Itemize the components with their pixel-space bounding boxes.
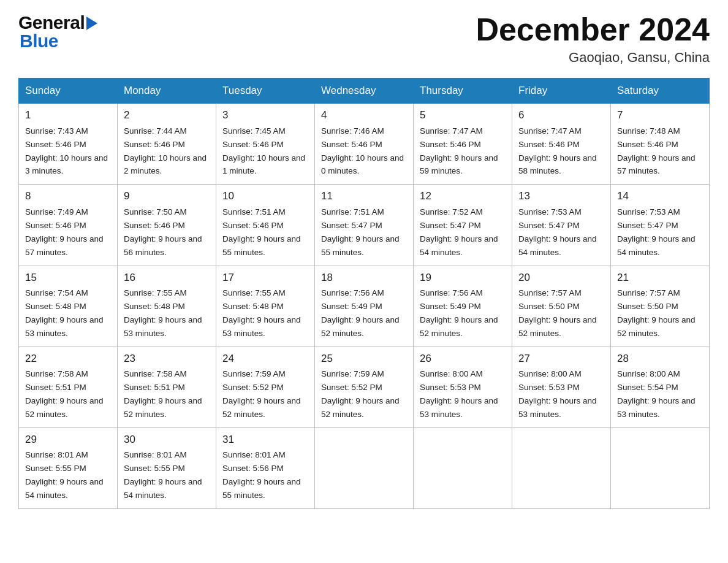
calendar-cell: 15 Sunrise: 7:54 AMSunset: 5:48 PMDaylig… xyxy=(19,266,118,347)
calendar-cell: 27 Sunrise: 8:00 AMSunset: 5:53 PMDaylig… xyxy=(512,347,611,427)
calendar-cell: 25 Sunrise: 7:59 AMSunset: 5:52 PMDaylig… xyxy=(315,347,414,427)
day-info: Sunrise: 8:01 AMSunset: 5:55 PMDaylight:… xyxy=(124,450,202,500)
day-info: Sunrise: 7:43 AMSunset: 5:46 PMDaylight:… xyxy=(25,126,108,176)
day-number: 25 xyxy=(321,351,407,367)
day-number: 5 xyxy=(420,107,506,123)
calendar-cell: 11 Sunrise: 7:51 AMSunset: 5:47 PMDaylig… xyxy=(315,185,414,266)
logo-blue-text: Blue xyxy=(20,31,58,52)
calendar-cell: 23 Sunrise: 7:58 AMSunset: 5:51 PMDaylig… xyxy=(118,347,216,427)
day-number: 12 xyxy=(420,188,506,204)
day-number: 4 xyxy=(321,107,407,123)
day-number: 21 xyxy=(617,270,703,286)
calendar-cell: 4 Sunrise: 7:46 AMSunset: 5:46 PMDayligh… xyxy=(315,104,414,185)
day-number: 27 xyxy=(518,351,604,367)
day-info: Sunrise: 7:56 AMSunset: 5:49 PMDaylight:… xyxy=(420,288,498,338)
calendar-cell: 14 Sunrise: 7:53 AMSunset: 5:47 PMDaylig… xyxy=(611,185,710,266)
day-number: 14 xyxy=(617,188,703,204)
month-title: December 2024 xyxy=(476,12,710,47)
calendar-cell xyxy=(414,427,512,508)
day-info: Sunrise: 7:55 AMSunset: 5:48 PMDaylight:… xyxy=(222,288,301,338)
calendar-cell: 9 Sunrise: 7:50 AMSunset: 5:46 PMDayligh… xyxy=(118,185,216,266)
calendar-cell: 29 Sunrise: 8:01 AMSunset: 5:55 PMDaylig… xyxy=(19,427,118,508)
day-number: 26 xyxy=(420,351,506,367)
logo: General Blue xyxy=(18,12,97,52)
calendar-cell: 18 Sunrise: 7:56 AMSunset: 5:49 PMDaylig… xyxy=(315,266,414,347)
day-number: 2 xyxy=(124,107,210,123)
day-info: Sunrise: 7:56 AMSunset: 5:49 PMDaylight:… xyxy=(321,288,400,338)
page-header: General Blue December 2024 Gaoqiao, Gans… xyxy=(18,12,710,66)
day-info: Sunrise: 7:59 AMSunset: 5:52 PMDaylight:… xyxy=(222,369,301,419)
calendar-cell: 16 Sunrise: 7:55 AMSunset: 5:48 PMDaylig… xyxy=(118,266,216,347)
day-info: Sunrise: 8:00 AMSunset: 5:53 PMDaylight:… xyxy=(518,369,597,419)
day-number: 24 xyxy=(222,351,308,367)
day-info: Sunrise: 7:57 AMSunset: 5:50 PMDaylight:… xyxy=(617,288,696,338)
day-number: 7 xyxy=(617,107,703,123)
day-info: Sunrise: 7:46 AMSunset: 5:46 PMDaylight:… xyxy=(321,126,404,176)
col-header-thursday: Thursday xyxy=(414,79,512,104)
logo-arrow-icon xyxy=(86,17,97,30)
day-number: 6 xyxy=(518,107,604,123)
day-number: 8 xyxy=(25,188,111,204)
calendar-cell xyxy=(611,427,710,508)
calendar-cell: 2 Sunrise: 7:44 AMSunset: 5:46 PMDayligh… xyxy=(118,104,216,185)
title-block: December 2024 Gaoqiao, Gansu, China xyxy=(476,12,710,66)
day-number: 15 xyxy=(25,270,111,286)
col-header-tuesday: Tuesday xyxy=(216,79,315,104)
calendar-week-5: 29 Sunrise: 8:01 AMSunset: 5:55 PMDaylig… xyxy=(19,427,710,508)
day-info: Sunrise: 7:48 AMSunset: 5:46 PMDaylight:… xyxy=(617,126,696,176)
day-info: Sunrise: 7:44 AMSunset: 5:46 PMDaylight:… xyxy=(124,126,207,176)
calendar-cell: 8 Sunrise: 7:49 AMSunset: 5:46 PMDayligh… xyxy=(19,185,118,266)
day-number: 10 xyxy=(222,188,308,204)
calendar-cell xyxy=(512,427,611,508)
calendar-cell: 3 Sunrise: 7:45 AMSunset: 5:46 PMDayligh… xyxy=(216,104,315,185)
day-number: 29 xyxy=(25,432,111,448)
day-info: Sunrise: 7:59 AMSunset: 5:52 PMDaylight:… xyxy=(321,369,400,419)
day-info: Sunrise: 7:53 AMSunset: 5:47 PMDaylight:… xyxy=(617,207,696,257)
day-info: Sunrise: 7:51 AMSunset: 5:47 PMDaylight:… xyxy=(321,207,400,257)
calendar-cell: 13 Sunrise: 7:53 AMSunset: 5:47 PMDaylig… xyxy=(512,185,611,266)
day-number: 28 xyxy=(617,351,703,367)
day-number: 13 xyxy=(518,188,604,204)
calendar-cell: 28 Sunrise: 8:00 AMSunset: 5:54 PMDaylig… xyxy=(611,347,710,427)
day-number: 23 xyxy=(124,351,210,367)
location-label: Gaoqiao, Gansu, China xyxy=(476,50,710,66)
day-number: 18 xyxy=(321,270,407,286)
col-header-wednesday: Wednesday xyxy=(315,79,414,104)
calendar-cell: 31 Sunrise: 8:01 AMSunset: 5:56 PMDaylig… xyxy=(216,427,315,508)
day-info: Sunrise: 7:55 AMSunset: 5:48 PMDaylight:… xyxy=(124,288,202,338)
day-number: 3 xyxy=(222,107,308,123)
day-info: Sunrise: 8:01 AMSunset: 5:56 PMDaylight:… xyxy=(222,450,301,500)
day-info: Sunrise: 8:01 AMSunset: 5:55 PMDaylight:… xyxy=(25,450,104,500)
day-number: 16 xyxy=(124,270,210,286)
logo-general-label: General xyxy=(18,12,85,33)
day-info: Sunrise: 7:57 AMSunset: 5:50 PMDaylight:… xyxy=(518,288,597,338)
calendar-cell: 17 Sunrise: 7:55 AMSunset: 5:48 PMDaylig… xyxy=(216,266,315,347)
day-info: Sunrise: 7:58 AMSunset: 5:51 PMDaylight:… xyxy=(25,369,104,419)
col-header-friday: Friday xyxy=(512,79,611,104)
day-number: 1 xyxy=(25,107,111,123)
calendar-cell: 26 Sunrise: 8:00 AMSunset: 5:53 PMDaylig… xyxy=(414,347,512,427)
day-info: Sunrise: 7:45 AMSunset: 5:46 PMDaylight:… xyxy=(222,126,305,176)
calendar-cell: 24 Sunrise: 7:59 AMSunset: 5:52 PMDaylig… xyxy=(216,347,315,427)
day-number: 19 xyxy=(420,270,506,286)
calendar-week-4: 22 Sunrise: 7:58 AMSunset: 5:51 PMDaylig… xyxy=(19,347,710,427)
col-header-monday: Monday xyxy=(118,79,216,104)
calendar-week-1: 1 Sunrise: 7:43 AMSunset: 5:46 PMDayligh… xyxy=(19,104,710,185)
calendar-week-2: 8 Sunrise: 7:49 AMSunset: 5:46 PMDayligh… xyxy=(19,185,710,266)
day-number: 17 xyxy=(222,270,308,286)
day-info: Sunrise: 7:50 AMSunset: 5:46 PMDaylight:… xyxy=(124,207,202,257)
day-number: 9 xyxy=(124,188,210,204)
day-info: Sunrise: 7:51 AMSunset: 5:46 PMDaylight:… xyxy=(222,207,301,257)
col-header-sunday: Sunday xyxy=(19,79,118,104)
day-number: 11 xyxy=(321,188,407,204)
day-info: Sunrise: 7:49 AMSunset: 5:46 PMDaylight:… xyxy=(25,207,104,257)
logo-general-text: General xyxy=(18,12,97,33)
calendar-cell xyxy=(315,427,414,508)
calendar-cell: 7 Sunrise: 7:48 AMSunset: 5:46 PMDayligh… xyxy=(611,104,710,185)
day-number: 20 xyxy=(518,270,604,286)
calendar-cell: 20 Sunrise: 7:57 AMSunset: 5:50 PMDaylig… xyxy=(512,266,611,347)
calendar-cell: 19 Sunrise: 7:56 AMSunset: 5:49 PMDaylig… xyxy=(414,266,512,347)
day-info: Sunrise: 8:00 AMSunset: 5:54 PMDaylight:… xyxy=(617,369,696,419)
day-info: Sunrise: 7:47 AMSunset: 5:46 PMDaylight:… xyxy=(518,126,597,176)
day-info: Sunrise: 7:52 AMSunset: 5:47 PMDaylight:… xyxy=(420,207,498,257)
